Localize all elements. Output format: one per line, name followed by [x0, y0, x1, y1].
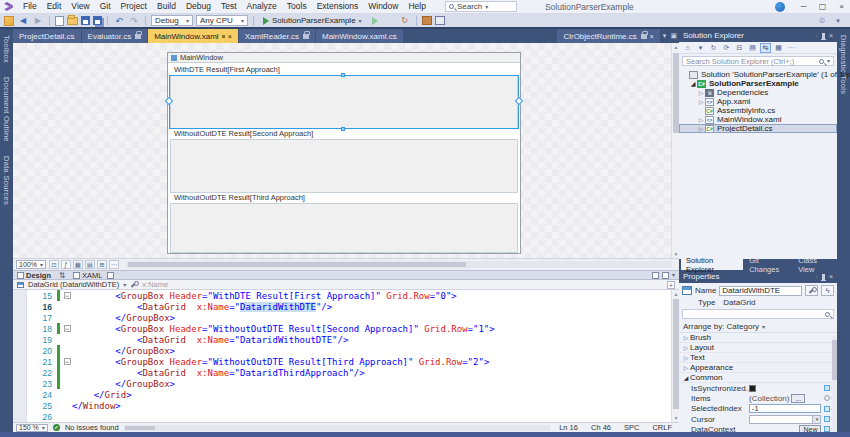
sync-icon[interactable]: ↻: [708, 43, 719, 53]
menu-analyze[interactable]: Analyze: [242, 1, 282, 11]
horizontal-split-icon[interactable]: [662, 272, 669, 279]
new-project-icon[interactable]: [55, 16, 64, 26]
tab-list-dropdown-icon[interactable]: ▾: [663, 32, 667, 40]
more-icon[interactable]: ⋯: [786, 43, 797, 53]
xname-field[interactable]: x:Name: [142, 280, 168, 289]
solution-explorer-search[interactable]: Search Solution Explorer (Ctrl+;): [682, 56, 834, 66]
tool-tab-solution-explorer[interactable]: Solution Explorer: [681, 259, 743, 270]
pin-icon[interactable]: [822, 33, 825, 39]
maximize-button[interactable]: ▢: [814, 0, 831, 13]
platform-dropdown[interactable]: Any CPU: [196, 15, 248, 26]
code-line[interactable]: 16 <DataGrid x:Name="DataridWithDTE"/>: [27, 301, 671, 312]
properties-icon[interactable]: ▦: [773, 43, 784, 53]
groupbox-1[interactable]: WithDTE Result[First Approach]: [168, 65, 520, 129]
code-line[interactable]: 17 </GroupBox>: [27, 312, 671, 323]
xaml-designer-surface[interactable]: MainWindow WithDTE Result[First Approach…: [13, 43, 679, 258]
breakpoint-margin[interactable]: [13, 290, 27, 422]
hot-reload-icon[interactable]: [399, 15, 411, 27]
tool-tab-class-view[interactable]: Class View: [793, 259, 837, 270]
close-button[interactable]: ×: [833, 0, 850, 13]
filter-icon[interactable]: ▾: [695, 43, 706, 53]
code-line[interactable]: 15− <GroupBox Header="WithDTE Result[Fir…: [27, 290, 671, 301]
editor-vertical-scrollbar[interactable]: ▲ ▼: [671, 290, 679, 422]
value-textbox[interactable]: -1: [749, 404, 821, 413]
code-line[interactable]: 23 </GroupBox>: [27, 378, 671, 389]
chevron-down-icon[interactable]: ▾: [812, 416, 820, 423]
menu-extensions[interactable]: Extensions: [312, 1, 364, 11]
groupbox-2[interactable]: WithoutOutDTE Result[Second Approach]: [168, 129, 520, 193]
collapsed-arrow-icon[interactable]: ▷: [697, 89, 705, 96]
tree-item-projectdetail.cs[interactable]: ▷C#ProjectDetail.cs: [679, 124, 837, 133]
tree-item-solution[interactable]: Solution 'SolutionParserExample' (1 of 1…: [679, 70, 837, 79]
save-icon[interactable]: [81, 16, 90, 25]
collapsed-arrow-icon[interactable]: ▷: [682, 354, 690, 361]
user-avatar[interactable]: [775, 2, 785, 12]
close-icon[interactable]: ×: [829, 32, 833, 39]
groupbox-body[interactable]: [170, 75, 518, 129]
collapsed-arrow-icon[interactable]: ▷: [682, 364, 690, 371]
designer-vertical-scrollbar[interactable]: ▲ ▼: [671, 43, 679, 258]
code-line[interactable]: 21− <GroupBox Header="WithoutOutDTE Resu…: [27, 356, 671, 367]
properties-scrollbar[interactable]: [832, 336, 837, 437]
tree-item-dependencies[interactable]: ▷≣Dependencies: [679, 88, 837, 97]
category-text[interactable]: ▷Text: [679, 353, 837, 363]
name-input[interactable]: DataridWithDTE: [719, 286, 802, 296]
wrench-button[interactable]: [805, 285, 818, 296]
tree-item-mainwindow.xaml[interactable]: ▷<>MainWindow.xaml: [679, 115, 837, 124]
menu-project[interactable]: Project: [116, 1, 152, 11]
property-marker-icon[interactable]: [824, 395, 830, 401]
menu-debug[interactable]: Debug: [181, 1, 216, 11]
menu-view[interactable]: View: [66, 1, 94, 11]
sidebar-tab-document-outline[interactable]: Document Outline: [2, 77, 11, 142]
guides-icon[interactable]: ⊞: [97, 260, 107, 269]
expanded-arrow-icon[interactable]: ◢: [682, 374, 690, 381]
effects-icon[interactable]: ƒ: [61, 260, 71, 269]
tool-tab-git-changes[interactable]: Git Changes: [744, 259, 792, 270]
debug-configuration-dropdown[interactable]: Debug: [151, 15, 193, 26]
doc-tab-clrobjectruntime.cs[interactable]: ClrObjectRuntime.cs×: [557, 29, 659, 43]
undo-icon[interactable]: [113, 15, 125, 27]
collapsed-arrow-icon[interactable]: ▷: [697, 116, 705, 123]
doc-tab-evaluator.cs[interactable]: Evaluator.cs: [82, 29, 148, 43]
collapsed-arrow-icon[interactable]: ▷: [697, 125, 705, 132]
send-feedback-icon[interactable]: [816, 15, 828, 27]
vertical-split-icon[interactable]: [652, 272, 659, 279]
editor-zoom-dropdown[interactable]: 150 %: [16, 424, 48, 432]
close-tab-icon[interactable]: ×: [650, 33, 654, 40]
float-tab-icon[interactable]: ▣: [670, 32, 677, 40]
design-view-tab[interactable]: Design: [17, 271, 51, 280]
collapse-icon[interactable]: −: [64, 292, 71, 299]
property-marker-icon[interactable]: [824, 385, 830, 391]
issues-message[interactable]: No issues found: [65, 423, 119, 432]
start-debugging-button[interactable]: SolutionParserExample: [259, 15, 366, 27]
menu-edit[interactable]: Edit: [42, 1, 67, 11]
chevron-down-icon[interactable]: [123, 282, 126, 288]
menu-tools[interactable]: Tools: [282, 1, 312, 11]
collapsed-arrow-icon[interactable]: ▷: [682, 344, 690, 351]
category-brush[interactable]: ▷Brush: [679, 333, 837, 343]
xaml-view-tab[interactable]: XAML: [73, 271, 102, 280]
code-line[interactable]: 25</Window>: [27, 400, 671, 411]
spaces-indicator[interactable]: SPC: [620, 423, 643, 432]
collapse-all-icon[interactable]: ⊟: [734, 43, 745, 53]
pin-icon[interactable]: [222, 35, 225, 38]
tree-item-app.xaml[interactable]: ▷<>App.xaml: [679, 97, 837, 106]
menu-test[interactable]: Test: [216, 1, 242, 11]
property-marker-icon[interactable]: [824, 406, 830, 412]
arrange-by-dropdown[interactable]: Arrange by: Category: [679, 321, 837, 333]
doc-tab-mainwindow.xaml.cs[interactable]: MainWindow.xaml.cs: [316, 29, 403, 43]
code-line[interactable]: 18− <GroupBox Header="WithoutOutDTE Resu…: [27, 323, 671, 334]
snaplines-icon[interactable]: ⋯: [109, 260, 119, 269]
value-combobox[interactable]: ▾: [749, 415, 821, 424]
forward-icon[interactable]: [32, 15, 44, 27]
property-marker-icon[interactable]: [824, 416, 830, 422]
checkbox-indeterminate[interactable]: [749, 385, 756, 392]
designer-zoom-dropdown[interactable]: 100%: [16, 260, 46, 269]
groupbox-3[interactable]: WithoutOutDTE Result[Third Approach]: [168, 193, 520, 253]
close-tab-icon[interactable]: ×: [228, 33, 232, 40]
pin-icon[interactable]: [822, 274, 825, 280]
menu-window[interactable]: Window: [363, 1, 403, 11]
properties-search[interactable]: [682, 309, 834, 319]
code-line[interactable]: 26: [27, 411, 671, 422]
close-icon[interactable]: ×: [829, 273, 833, 280]
